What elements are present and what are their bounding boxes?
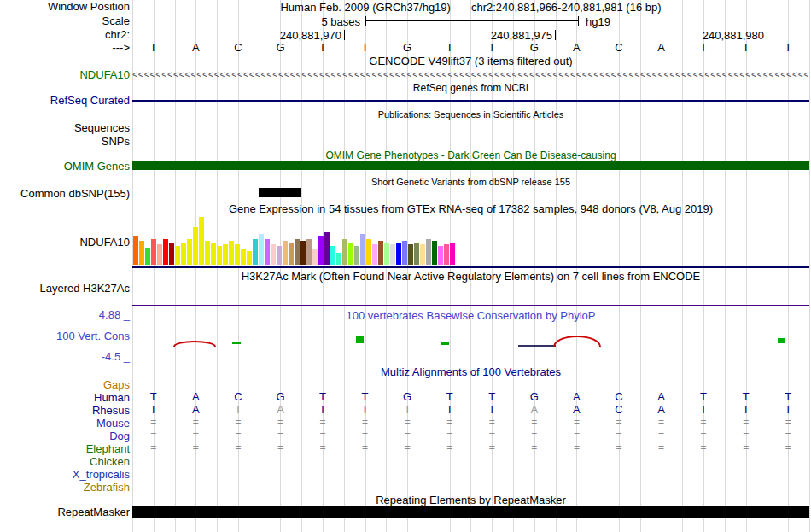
refseq-track-label[interactable]: RefSeq Curated [50, 95, 130, 107]
align-unaligned-mark: = [767, 416, 809, 428]
multiz-species-rhesus[interactable]: Rhesus [92, 404, 130, 417]
gtex-bar-35[interactable] [342, 239, 347, 265]
gtex-bar-5[interactable] [163, 239, 168, 265]
gtex-bar-31[interactable] [318, 236, 324, 265]
repeatmasker-track-title: Repeating Elements by RepeatMasker [132, 494, 809, 506]
gtex-bar-45[interactable] [402, 241, 407, 265]
gtex-bar-44[interactable] [396, 243, 401, 265]
gtex-bar-22[interactable] [265, 239, 270, 265]
gtex-bar-24[interactable] [277, 246, 282, 265]
multiz-species-dog[interactable]: Dog [109, 430, 130, 442]
gtex-bar-15[interactable] [223, 244, 228, 265]
gtex-bar-50[interactable] [432, 241, 437, 265]
gtex-bar-18[interactable] [241, 249, 246, 265]
gtex-bar-3[interactable] [151, 239, 156, 265]
ruler-base-6: G [386, 41, 429, 54]
window-position-header: Human Feb. 2009 (GRCh37/hg19)chr2:240,88… [132, 1, 809, 14]
ruler-base-5: T [344, 41, 387, 54]
gtex-bar-43[interactable] [390, 244, 395, 265]
dbsnp-variant-bar[interactable] [259, 188, 301, 197]
omim-track-label[interactable]: OMIM Genes [64, 161, 130, 172]
gtex-bar-26[interactable] [289, 243, 294, 265]
phylop-mark-4[interactable] [518, 345, 556, 347]
gtex-bar-36[interactable] [348, 243, 353, 265]
gtex-bar-53[interactable] [450, 243, 455, 265]
gtex-bar-2[interactable] [145, 248, 150, 265]
align-rhesus-base-5: T [344, 403, 387, 416]
gencode-transcript-ndufa10[interactable]: <<<<<<<<<<<<<<<<<<<<<<<<<<<<<<<<<<<<<<<<… [132, 70, 809, 80]
multiz-species-mouse[interactable]: Mouse [96, 417, 130, 430]
align-rhesus-base-12: A [640, 403, 683, 416]
gtex-bar-12[interactable] [205, 241, 210, 265]
multiz-species-elephant[interactable]: Elephant [86, 442, 130, 455]
multiz-species-gaps[interactable]: Gaps [103, 378, 130, 391]
gtex-bar-6[interactable] [169, 243, 174, 265]
gtex-bar-14[interactable] [217, 246, 222, 265]
repeatmasker-track-label[interactable]: RepeatMasker [57, 506, 130, 518]
gtex-bar-10[interactable] [193, 227, 198, 265]
gtex-bar-28[interactable] [300, 241, 306, 265]
gtex-bar-38[interactable] [360, 234, 365, 265]
align-unaligned-mark: = [344, 429, 387, 441]
gtex-bar-21[interactable] [259, 234, 264, 265]
gtex-bar-27[interactable] [295, 239, 300, 265]
gtex-bar-9[interactable] [187, 239, 192, 265]
gencode-track-label[interactable]: NDUFA10 [79, 69, 130, 81]
gtex-bar-34[interactable] [336, 253, 341, 265]
gtex-bar-17[interactable] [235, 244, 240, 265]
gtex-track-label[interactable]: NDUFA10 [79, 237, 130, 248]
h3k27ac-track-label[interactable]: Layered H3K27Ac [39, 283, 130, 295]
gtex-gene-model-line[interactable] [132, 266, 809, 268]
publications-sequences-label[interactable]: Sequences [74, 122, 130, 134]
gtex-bar-33[interactable] [330, 246, 335, 265]
refseq-gene-line[interactable] [132, 100, 809, 102]
multiz-species-x_tropicalis[interactable]: X_tropicalis [73, 468, 130, 481]
gtex-bar-32[interactable] [324, 232, 330, 265]
repeatmasker-element-bar[interactable] [132, 506, 809, 518]
gtex-bar-19[interactable] [247, 251, 252, 265]
gtex-bar-52[interactable] [444, 244, 449, 265]
gtex-bar-48[interactable] [420, 244, 425, 265]
phylop-mark-0[interactable] [173, 341, 216, 347]
gtex-bar-4[interactable] [157, 244, 162, 265]
gtex-bar-25[interactable] [283, 241, 288, 265]
ruler-base-3: G [260, 41, 302, 54]
gtex-bar-8[interactable] [181, 243, 186, 265]
dbsnp-track-label[interactable]: Common dbSNP(155) [20, 188, 130, 200]
multiz-species-chicken[interactable]: Chicken [90, 455, 130, 468]
gtex-bar-41[interactable] [378, 241, 383, 265]
gtex-bar-7[interactable] [175, 246, 180, 265]
multiz-species-zebrafish[interactable]: Zebrafish [84, 481, 130, 494]
phylop-track-label[interactable]: 100 Vert. Cons [56, 330, 130, 342]
gtex-bar-49[interactable] [426, 239, 431, 265]
gtex-bar-23[interactable] [271, 244, 276, 265]
align-rhesus-base-2: T [217, 403, 260, 416]
ruler-base-8: T [471, 41, 514, 54]
align-human-base-5: T [344, 390, 387, 403]
gtex-bar-20[interactable] [253, 239, 258, 265]
gtex-bar-47[interactable] [414, 243, 419, 265]
gtex-bar-39[interactable] [366, 239, 371, 265]
align-unaligned-mark: = [301, 441, 344, 453]
phylop-mark-2[interactable] [356, 336, 364, 343]
gtex-bar-30[interactable] [312, 249, 318, 265]
gtex-bar-42[interactable] [384, 243, 389, 265]
gtex-bar-37[interactable] [354, 246, 359, 265]
gtex-bar-46[interactable] [408, 244, 413, 265]
gtex-bar-16[interactable] [229, 241, 234, 265]
gtex-bar-51[interactable] [438, 246, 443, 265]
phylop-mark-6[interactable] [778, 338, 785, 343]
ruler-base-0: T [132, 41, 175, 54]
gtex-bar-29[interactable] [306, 239, 312, 265]
omim-gene-bar[interactable] [132, 161, 809, 170]
gtex-bar-0[interactable] [133, 236, 138, 265]
phylop-mark-1[interactable] [232, 342, 241, 344]
gtex-bar-1[interactable] [139, 241, 144, 265]
gtex-bar-40[interactable] [372, 244, 377, 265]
refseq-track-title: RefSeq genes from NCBI [132, 83, 809, 94]
multiz-species-human[interactable]: Human [94, 391, 130, 404]
gtex-bar-11[interactable] [199, 217, 204, 265]
publications-snps-label[interactable]: SNPs [102, 136, 130, 148]
phylop-mark-3[interactable] [441, 342, 449, 345]
gtex-bar-13[interactable] [211, 243, 216, 265]
